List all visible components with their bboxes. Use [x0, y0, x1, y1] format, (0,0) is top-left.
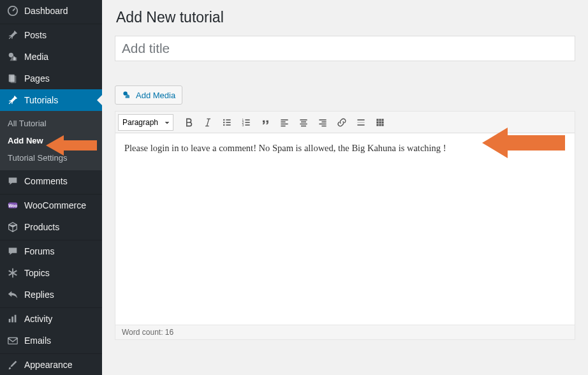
sidebar-item-media[interactable]: Media: [0, 46, 102, 68]
sidebar-item-appearance[interactable]: Appearance: [0, 354, 102, 375]
svg-rect-37: [357, 124, 364, 126]
sidebar-item-forums[interactable]: Forums: [0, 240, 102, 262]
svg-rect-45: [379, 124, 381, 126]
read-more-button[interactable]: [352, 114, 370, 131]
bold-button[interactable]: [180, 114, 198, 131]
svg-text:3: 3: [242, 123, 244, 126]
format-select[interactable]: Paragraph: [118, 114, 173, 131]
sidebar-item-topics[interactable]: Topics: [0, 262, 102, 284]
align-center-button[interactable]: [295, 114, 312, 131]
content-editor: Paragraph 123 Please login in to leave a…: [115, 111, 575, 340]
word-count-status: Word count: 16: [115, 325, 575, 339]
align-right-button[interactable]: [314, 114, 332, 131]
svg-rect-39: [379, 119, 381, 121]
toolbar-toggle-button[interactable]: [371, 114, 389, 131]
svg-rect-32: [321, 121, 326, 122]
bullet-list-button[interactable]: [218, 114, 236, 131]
svg-rect-43: [381, 121, 383, 123]
svg-rect-31: [319, 119, 326, 121]
svg-point-11: [223, 119, 224, 120]
reply-icon: [6, 288, 19, 301]
svg-rect-29: [300, 123, 307, 124]
activity-icon: [6, 312, 19, 325]
sidebar-item-label: Posts: [24, 30, 47, 40]
add-media-button[interactable]: Add Media: [115, 85, 182, 105]
svg-rect-27: [300, 119, 307, 121]
sidebar-item-label: Activity: [24, 314, 52, 324]
svg-rect-22: [245, 124, 249, 126]
svg-rect-20: [245, 119, 249, 121]
media-icon: [122, 90, 132, 100]
package-icon: [6, 221, 19, 233]
link-button[interactable]: [333, 114, 351, 131]
sidebar-item-posts[interactable]: Posts: [0, 24, 102, 46]
comment-icon: [6, 175, 19, 188]
italic-button[interactable]: [199, 114, 217, 131]
svg-rect-3: [10, 76, 16, 84]
sidebar-item-pages[interactable]: Pages: [0, 68, 102, 89]
editor-toolbar: Paragraph 123: [115, 112, 575, 133]
svg-rect-40: [381, 119, 383, 121]
editor-body[interactable]: Please login in to leave a comment! No S…: [115, 133, 575, 325]
dashboard-icon: [6, 4, 19, 17]
add-media-label: Add Media: [136, 91, 175, 100]
woocommerce-icon: Woo: [6, 199, 19, 212]
svg-rect-24: [281, 121, 285, 122]
comment-icon: [6, 245, 19, 258]
sidebar-item-tutorials[interactable]: Tutorials: [0, 89, 102, 111]
sidebar-item-dashboard[interactable]: Dashboard: [0, 0, 102, 22]
svg-rect-35: [357, 119, 364, 121]
sidebar-item-woocommerce[interactable]: Woo WooCommerce: [0, 195, 102, 216]
submenu-item-add-new[interactable]: Add New: [0, 132, 102, 149]
sidebar-item-activity[interactable]: Activity: [0, 308, 102, 330]
number-list-button[interactable]: 123: [237, 114, 255, 131]
svg-rect-33: [319, 123, 326, 124]
sidebar-item-label: Replies: [24, 290, 54, 300]
sidebar-item-products[interactable]: Products: [0, 216, 102, 238]
media-icon: [6, 50, 19, 63]
admin-sidebar: Dashboard Posts Media Pages Tutorials Al…: [0, 0, 102, 375]
pages-icon: [6, 72, 19, 85]
pin-icon: [6, 29, 19, 41]
align-left-button[interactable]: [276, 114, 293, 131]
brush-icon: [6, 358, 19, 371]
sidebar-item-label: Topics: [24, 268, 50, 278]
submenu-item-all-tutorials[interactable]: All Tutorial: [0, 115, 102, 132]
svg-rect-28: [301, 121, 306, 122]
main-content: Add New tutorial Add Media Paragraph 123: [102, 0, 588, 375]
tutorials-submenu: All Tutorial Add New Tutorial Settings: [0, 111, 102, 170]
svg-rect-30: [301, 125, 306, 126]
svg-point-1: [9, 53, 13, 57]
svg-point-12: [223, 121, 224, 122]
svg-rect-42: [379, 121, 381, 123]
svg-rect-15: [226, 122, 230, 123]
sidebar-item-label: Media: [24, 52, 48, 62]
svg-text:Woo: Woo: [8, 203, 17, 208]
sidebar-item-label: Forums: [24, 246, 54, 256]
sidebar-item-label: WooCommerce: [24, 200, 86, 210]
svg-rect-26: [281, 125, 285, 126]
sidebar-item-label: Appearance: [24, 360, 73, 370]
sidebar-item-label: Dashboard: [24, 6, 68, 16]
sidebar-item-label: Products: [24, 222, 59, 232]
post-title-input[interactable]: [115, 36, 575, 61]
sidebar-item-label: Comments: [24, 176, 68, 186]
svg-rect-34: [321, 125, 326, 126]
svg-rect-7: [11, 316, 13, 322]
sidebar-item-label: Pages: [24, 73, 50, 84]
svg-rect-21: [245, 122, 249, 123]
submenu-item-tutorial-settings[interactable]: Tutorial Settings: [0, 149, 102, 166]
sidebar-item-comments[interactable]: Comments: [0, 170, 102, 192]
svg-rect-41: [376, 121, 378, 123]
svg-rect-46: [381, 124, 383, 126]
page-title: Add New tutorial: [116, 9, 575, 26]
svg-rect-44: [376, 124, 378, 126]
pin-icon: [6, 94, 19, 107]
sidebar-item-label: Tutorials: [24, 95, 58, 105]
sidebar-item-emails[interactable]: Emails: [0, 330, 102, 351]
sidebar-item-replies[interactable]: Replies: [0, 284, 102, 305]
quote-button[interactable]: [256, 114, 274, 131]
svg-rect-38: [376, 119, 378, 121]
svg-rect-9: [8, 338, 17, 344]
svg-rect-8: [15, 315, 17, 323]
